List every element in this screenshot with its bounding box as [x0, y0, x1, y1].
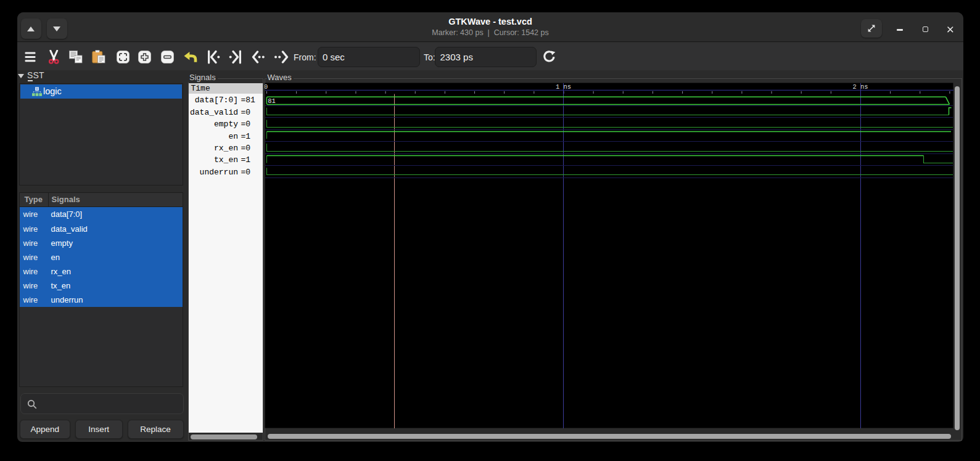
svg-text:0: 0 — [265, 83, 268, 91]
svg-text:81: 81 — [268, 97, 276, 105]
